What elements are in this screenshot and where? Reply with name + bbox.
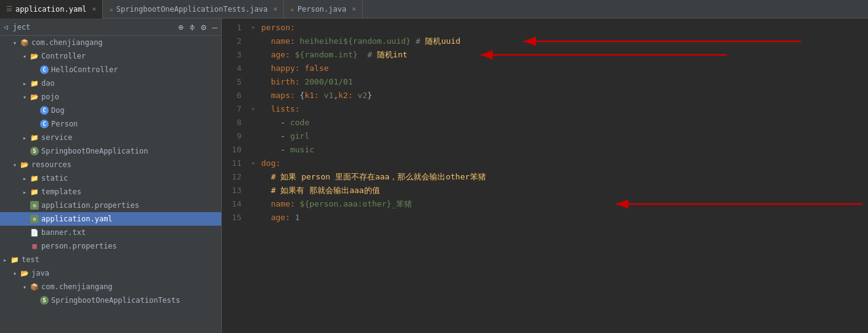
toolbar-minimize-icon[interactable]: — xyxy=(213,22,217,32)
line-number-6: 6 xyxy=(222,89,241,102)
java-icon-2: ☕ xyxy=(290,5,294,13)
yaml-icon: ☰ xyxy=(6,5,12,13)
token-key: name: xyxy=(261,197,295,211)
tree-item-label: resources xyxy=(31,160,71,169)
tree-file-icon: ⚙ xyxy=(30,215,39,224)
token-key: birth: xyxy=(261,75,300,89)
tree-arrow-collapsed: ▸ xyxy=(20,189,30,195)
tree-file-icon: 📂 xyxy=(20,161,30,169)
line-number-15: 15 xyxy=(222,211,241,224)
tab-springtest-close[interactable]: × xyxy=(273,5,277,13)
tab-bar: ☰ application.yaml × ☕ SpringbootOneAppl… xyxy=(0,0,868,18)
tree-item-pojo[interactable]: ▾📂pojo xyxy=(0,90,221,104)
tree-item-app-yaml[interactable]: ⚙application.yaml xyxy=(0,212,221,226)
code-line-4: happy: false xyxy=(251,62,868,75)
tree-item-label: SpringbootOneApplicationTests xyxy=(51,296,180,305)
tree-item-app-props[interactable]: ⚙application.properties xyxy=(0,199,221,212)
tree-file-icon: S xyxy=(39,296,49,305)
tab-yaml[interactable]: ☰ application.yaml × xyxy=(0,0,103,18)
tree-item-templates[interactable]: ▸📁templates xyxy=(0,185,221,199)
tree-arrow-collapsed: ▸ xyxy=(20,175,30,182)
tree-item-static[interactable]: ▸📁static xyxy=(0,171,221,185)
fold-arrow-11[interactable]: ▾ xyxy=(251,157,261,170)
tree-item-test[interactable]: ▸📁test xyxy=(0,253,221,266)
tree-item-label: templates xyxy=(41,187,81,196)
tree-file-icon: 📁 xyxy=(30,134,39,142)
token-value-str: girl xyxy=(290,130,309,143)
code-line-7: ▾ lists: xyxy=(251,102,868,116)
fold-arrow-7[interactable]: ▾ xyxy=(251,102,261,116)
tree-file-icon: 📁 xyxy=(30,188,39,196)
tree-item-resources[interactable]: ▾📂resources xyxy=(0,158,221,171)
tree-item-dao[interactable]: ▸📁dao xyxy=(0,76,221,90)
tree-item-com-chenjiangang2[interactable]: ▾📦com.chenjiangang xyxy=(0,280,221,294)
tree-arrow-expanded: ▾ xyxy=(20,53,30,60)
tree-item-label: com.chenjiangang xyxy=(41,282,113,291)
line-number-1: 1 xyxy=(222,21,241,35)
tree-arrow-expanded: ▾ xyxy=(10,162,20,168)
token-comment: # xyxy=(411,35,425,48)
fold-arrow-1[interactable]: ▾ xyxy=(251,21,261,35)
line-number-5: 5 xyxy=(222,75,241,89)
sidebar-toolbar: ⊕ ≑ ⚙ — xyxy=(178,22,217,32)
code-line-9: - girl xyxy=(251,130,868,143)
tree-item-dog[interactable]: CDog xyxy=(0,104,221,117)
tree-file-icon: 📂 xyxy=(20,269,30,278)
code-line-1: ▾person: xyxy=(251,21,868,35)
code-area[interactable]: ▾person: name: heiheihei${random.uuid} #… xyxy=(246,18,868,333)
tree-file-icon: C xyxy=(39,120,49,128)
tree-item-label: test xyxy=(22,255,39,264)
tree-item-person-props[interactable]: ▦person.properties xyxy=(0,239,221,253)
line-number-2: 2 xyxy=(222,35,241,48)
tree-item-label: banner.txt xyxy=(41,228,86,237)
token-comment: # xyxy=(358,48,377,62)
line-number-14: 14 xyxy=(222,197,241,211)
token-comment-highlight: # 如果 person 里面不存在aaa，那么就会输出other笨猪 xyxy=(261,170,486,184)
code-line-14: name: ${person.aaa:other}_笨猪 xyxy=(251,197,868,211)
sidebar: ◁ ject ⊕ ≑ ⚙ — ▾📦com.chenjiangang▾📂Contr… xyxy=(0,18,222,333)
tree-file-icon: 📂 xyxy=(30,93,39,101)
tree-item-banner[interactable]: 📄banner.txt xyxy=(0,226,221,239)
tree-file-icon: 📦 xyxy=(20,39,30,47)
tree-item-person[interactable]: CPerson xyxy=(0,117,221,131)
tree-arrow-expanded: ▾ xyxy=(10,39,20,46)
tree-item-springboottest[interactable]: SSpringbootOneApplicationTests xyxy=(0,294,221,307)
toolbar-add-icon[interactable]: ⊕ xyxy=(178,22,183,32)
tree-item-label: application.yaml xyxy=(41,215,113,223)
toolbar-settings-icon[interactable]: ⚙ xyxy=(201,22,206,32)
code-line-11: ▾dog: xyxy=(251,157,868,170)
token-value-str: heiheihei${random.uuid} xyxy=(295,35,411,48)
tree-item-service[interactable]: ▸📁service xyxy=(0,131,221,144)
tree-item-java2[interactable]: ▾📂java xyxy=(0,266,221,280)
toolbar-expand-icon[interactable]: ≑ xyxy=(190,22,195,32)
tree-item-controller[interactable]: ▾📂Controller xyxy=(0,49,221,63)
token-dash: - xyxy=(261,130,290,143)
tree-item-label: Person xyxy=(51,120,78,128)
code-line-12: # 如果 person 里面不存在aaa，那么就会输出other笨猪 xyxy=(251,170,868,184)
tab-person-close[interactable]: × xyxy=(352,5,356,13)
tab-person[interactable]: ☕ Person.java × xyxy=(284,0,363,18)
token-key: name: xyxy=(261,35,295,48)
line-number-12: 12 xyxy=(222,170,241,184)
token-key: person: xyxy=(261,21,295,35)
tree-file-icon: 📂 xyxy=(30,52,39,60)
tab-springtest[interactable]: ☕ SpringbootOneApplicationTests.java × xyxy=(103,0,284,18)
tree-item-springbootoneapplication[interactable]: SSpringbootOneApplication xyxy=(0,144,221,158)
sidebar-title: ◁ ject xyxy=(4,23,30,31)
tree-item-hellocontroller[interactable]: CHelloController xyxy=(0,63,221,76)
token-value-str: 2000/01/01 xyxy=(300,75,353,89)
tree-file-icon: 📁 xyxy=(30,80,39,88)
sidebar-header: ◁ ject ⊕ ≑ ⚙ — xyxy=(0,18,221,36)
token-punctuation: { xyxy=(295,89,305,102)
tree-item-com-chenjiangang[interactable]: ▾📦com.chenjiangang xyxy=(0,36,221,49)
tree-item-label: application.properties xyxy=(41,201,139,210)
code-line-15: age: 1 xyxy=(251,211,868,224)
token-key: happy: xyxy=(261,62,300,75)
token-key: maps: xyxy=(261,89,295,102)
tab-yaml-close[interactable]: × xyxy=(92,5,97,13)
tree-item-label: HelloController xyxy=(51,65,118,74)
tree-file-icon: 📁 xyxy=(30,175,39,183)
token-value-bool: false xyxy=(300,62,329,75)
token-key: lists: xyxy=(261,102,300,116)
tree-arrow-expanded: ▾ xyxy=(20,284,30,290)
